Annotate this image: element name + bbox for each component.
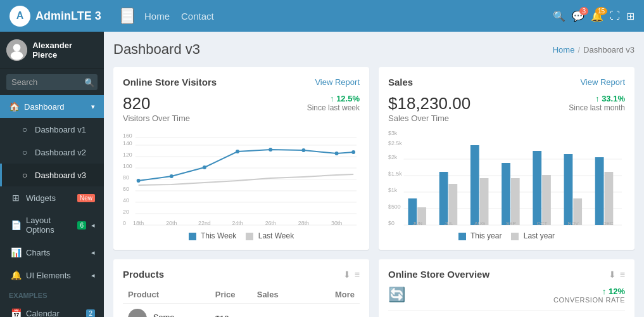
sidebar-search-button[interactable]: 🔍: [84, 77, 95, 87]
visitors-view-report-link[interactable]: View Report: [315, 77, 360, 87]
sales-change-since: Since last month: [569, 103, 625, 112]
sidebar-section-examples: EXAMPLES: [0, 287, 104, 302]
svg-point-23: [203, 165, 206, 169]
sidebar-item-layout[interactable]: 📄 Layout Options 6 ◂: [0, 209, 104, 241]
sidebar-label-dashboard-v3: Dashboard v3: [35, 171, 86, 180]
products-menu-button[interactable]: ≡: [355, 269, 360, 280]
avatar-image: [6, 39, 27, 61]
fullscreen-icon[interactable]: ⛶: [610, 10, 620, 22]
sidebar-label-dashboard-v1: Dashboard v1: [35, 125, 86, 134]
svg-point-26: [301, 148, 305, 152]
svg-rect-55: [502, 163, 510, 225]
products-download-button[interactable]: ⬇: [343, 269, 351, 280]
sidebar-item-dashboard-v1[interactable]: ○ Dashboard v1: [0, 118, 104, 141]
sidebar-item-dashboard-v3[interactable]: ○ Dashboard v3: [0, 164, 104, 186]
messages-icon[interactable]: 💬 3: [572, 10, 584, 22]
sidebar-item-dashboard[interactable]: 🏠 Dashboard ▾: [0, 95, 104, 118]
grid-icon[interactable]: ⊞: [626, 10, 635, 22]
svg-text:22nd: 22nd: [198, 220, 211, 226]
nav-home-link[interactable]: Home: [144, 11, 170, 22]
sidebar-label-widgets: Widgets: [26, 193, 56, 203]
svg-text:26th: 26th: [265, 220, 276, 226]
sales-card-title: Sales: [388, 77, 413, 87]
svg-text:20th: 20th: [166, 220, 177, 226]
navbar-right: 🔍 💬 3 🔔 15 ⛶ ⊞: [553, 10, 635, 22]
sidebar-label-ui-elements: UI Elements: [26, 271, 71, 280]
app-name: AdminLTE 3: [35, 10, 101, 23]
visitors-chart-legend: This Week Last Week: [123, 231, 360, 240]
search-icon[interactable]: 🔍: [553, 10, 565, 22]
charts-arrow-icon: ◂: [91, 249, 95, 257]
col-price: Price: [210, 286, 252, 304]
svg-text:60: 60: [123, 186, 129, 192]
widgets-icon: ⊞: [11, 193, 21, 203]
sales-view-report-link[interactable]: View Report: [580, 77, 625, 87]
visitors-line-chart-svg: 0 20 40 60 80 100 120 140 160: [123, 131, 360, 226]
sidebar-search-wrap: 🔍: [0, 69, 104, 95]
svg-text:80: 80: [123, 174, 129, 181]
notifications-icon[interactable]: 🔔 15: [591, 10, 603, 22]
svg-text:$1k: $1k: [388, 187, 398, 193]
svg-rect-50: [448, 184, 457, 225]
legend-last-year-dot: [511, 233, 519, 240]
svg-text:NOV: NOV: [568, 221, 579, 226]
chevron-down-icon: ▾: [91, 103, 95, 111]
sidebar-item-charts[interactable]: 📊 Charts ◂: [0, 241, 104, 264]
main-content: Dashboard v3 Home / Dashboard v3 Online …: [104, 32, 644, 317]
svg-rect-52: [470, 145, 479, 225]
svg-text:$0: $0: [388, 220, 395, 226]
sales-chart-legend: This year Last year: [388, 231, 625, 240]
svg-text:$2k: $2k: [388, 154, 398, 160]
avatar: [6, 39, 27, 61]
legend-last-week: Last Week: [246, 231, 294, 240]
breadcrumb-home[interactable]: Home: [553, 45, 575, 55]
menu-toggle-button[interactable]: ☰: [121, 8, 134, 24]
app-logo: A AdminLTE 3: [9, 6, 113, 27]
svg-text:AUG: AUG: [474, 221, 485, 226]
breadcrumb-separator: /: [578, 45, 580, 55]
col-product: Product: [123, 286, 210, 304]
svg-point-1: [13, 44, 21, 51]
sidebar-label-layout: Layout Options: [26, 216, 72, 235]
overview-download-button[interactable]: ⬇: [609, 269, 616, 280]
navbar: A AdminLTE 3 ☰ Home Contact 🔍 💬 3 🔔 15 ⛶…: [0, 0, 644, 32]
sales-stat-change: ↑ 33.1% Since last month: [569, 94, 625, 112]
svg-text:$500: $500: [388, 204, 401, 210]
page-header: Dashboard v3 Home / Dashboard v3: [113, 41, 635, 58]
sidebar-item-dashboard-v2[interactable]: ○ Dashboard v2: [0, 141, 104, 164]
products-card: Products ⬇ ≡ Product Price Sales More: [113, 259, 369, 317]
nav-contact-link[interactable]: Contact: [181, 11, 214, 22]
circle-icon-v3: ○: [20, 170, 30, 180]
svg-text:40: 40: [123, 197, 129, 204]
product-more-1[interactable]: 🔍: [330, 304, 360, 318]
svg-text:30th: 30th: [331, 220, 342, 226]
svg-point-2: [11, 51, 23, 60]
legend-this-year: This year: [458, 231, 502, 240]
circle-icon-v2: ○: [20, 147, 30, 157]
svg-point-22: [170, 174, 174, 178]
svg-text:120: 120: [123, 152, 132, 158]
overview-menu-button[interactable]: ≡: [620, 269, 625, 280]
products-card-header: Products ⬇ ≡: [123, 269, 360, 280]
sales-chart: $0 $500 $1k $1.5k $2k $2.5k $3k: [388, 131, 625, 226]
notifications-badge: 15: [595, 7, 607, 15]
sidebar-item-calendar[interactable]: 📅 Calendar 2: [0, 302, 104, 317]
col-sales: Sales: [252, 286, 330, 304]
svg-point-25: [268, 148, 272, 152]
overview-card-title: Online Store Overview: [388, 269, 489, 280]
sidebar-item-widgets[interactable]: ⊞ Widgets New: [0, 186, 104, 209]
overview-card-header: Online Store Overview ⬇ ≡: [388, 269, 625, 280]
layout: Alexander Pierce 🔍 🏠 Dashboard ▾ ○ Dashb…: [0, 32, 644, 317]
svg-point-21: [137, 179, 141, 183]
visitors-stat-change: ↑ 12.5% Since last week: [307, 94, 360, 112]
sales-card-header: Sales View Report: [388, 77, 625, 87]
layout-badge: 6: [77, 221, 86, 230]
svg-point-24: [236, 150, 239, 153]
visitors-card-title: Online Store Visitors: [123, 77, 217, 87]
sidebar-item-ui-elements[interactable]: 🔔 UI Elements ◂: [0, 264, 104, 287]
sidebar-label-charts: Charts: [26, 248, 50, 257]
sales-change-pct: ↑ 33.1%: [595, 94, 625, 103]
widgets-badge: New: [77, 194, 95, 202]
svg-text:DEC: DEC: [603, 221, 614, 226]
svg-text:$2.5k: $2.5k: [388, 140, 402, 146]
